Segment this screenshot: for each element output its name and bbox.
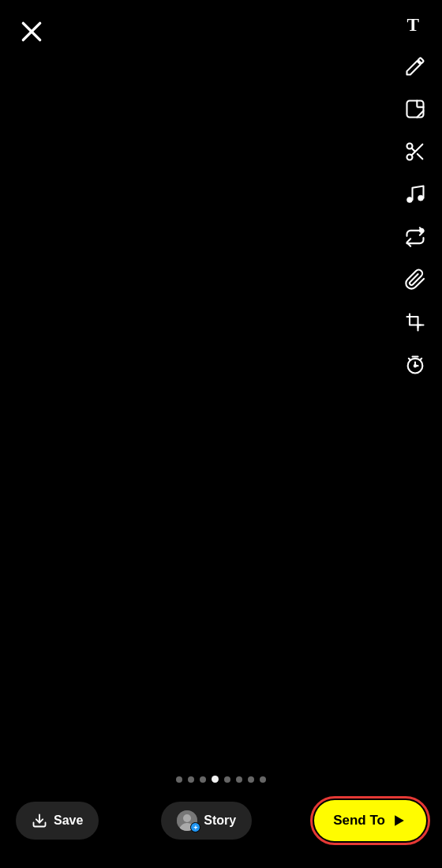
story-button[interactable]: + Story: [161, 802, 252, 840]
pagination-dots: [176, 776, 266, 783]
svg-point-9: [407, 197, 413, 203]
svg-marker-18: [395, 815, 404, 825]
svg-line-8: [411, 148, 415, 152]
scissors-icon[interactable]: [401, 137, 429, 166]
svg-line-7: [418, 154, 422, 159]
close-button[interactable]: [19, 19, 44, 48]
story-avatar: +: [177, 810, 197, 831]
dot-4-active: [212, 776, 219, 783]
send-to-arrow-icon: [391, 813, 407, 829]
loop-icon[interactable]: [401, 223, 429, 251]
dot-5: [224, 776, 230, 783]
svg-rect-3: [407, 101, 424, 118]
right-toolbar: T: [401, 9, 429, 379]
dot-8: [260, 776, 266, 783]
dot-6: [236, 776, 242, 783]
bottom-bar: Save + Story Send To: [0, 789, 442, 868]
save-icon: [32, 813, 47, 829]
pen-icon[interactable]: [401, 52, 429, 81]
timer-icon[interactable]: [401, 351, 429, 379]
main-canvas: T: [0, 0, 442, 868]
dot-3: [200, 776, 206, 783]
dot-2: [188, 776, 194, 783]
svg-point-17: [183, 814, 191, 822]
crop-icon[interactable]: [401, 308, 429, 336]
send-to-button[interactable]: Send To: [314, 800, 426, 841]
send-to-label: Send To: [333, 813, 385, 829]
dot-7: [248, 776, 254, 783]
svg-point-15: [414, 365, 416, 366]
save-button[interactable]: Save: [16, 802, 99, 840]
music-icon[interactable]: [401, 180, 429, 209]
story-plus-icon: +: [190, 822, 200, 832]
svg-point-10: [418, 195, 424, 201]
story-label: Story: [204, 814, 236, 828]
sticker-icon[interactable]: [401, 95, 429, 123]
svg-text:T: T: [407, 14, 420, 35]
link-icon[interactable]: [401, 265, 429, 294]
save-label: Save: [54, 814, 83, 828]
dot-1: [176, 776, 182, 783]
text-icon[interactable]: T: [401, 9, 429, 38]
